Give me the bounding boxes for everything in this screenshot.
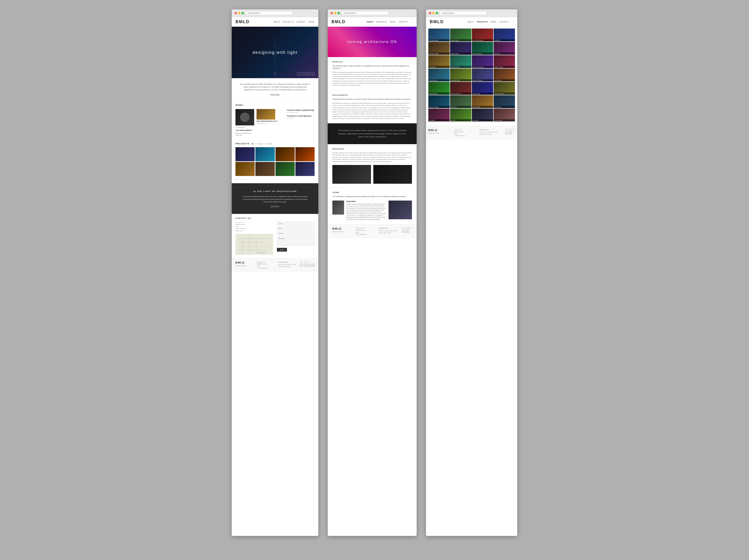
projects-filter-inprogress[interactable]: In Progress xyxy=(255,143,263,145)
gallery-thumb-6[interactable]: Institut Français xyxy=(450,42,471,55)
nav-news-2[interactable]: NEWS xyxy=(390,21,396,23)
project-thumb-3[interactable] xyxy=(276,147,295,161)
nav-news-3[interactable]: NEWS xyxy=(491,21,496,23)
facebook-icon[interactable]: f xyxy=(302,72,305,76)
process-title: PROCESS xyxy=(333,148,412,150)
project-thumb-7[interactable] xyxy=(276,162,295,176)
projects-prev[interactable]: ← xyxy=(241,178,243,180)
footer-google-1[interactable]: g xyxy=(312,264,315,266)
close-button-1[interactable] xyxy=(235,12,237,14)
caption-2: Hotel SB, Spain xyxy=(450,39,471,41)
gallery-thumb-22[interactable]: Hotel Vincci xyxy=(450,95,471,108)
gallery-thumb-27[interactable]: Palau Moja xyxy=(472,109,493,122)
gallery-thumb-23[interactable]: Hotel Hesperia xyxy=(472,95,493,108)
gallery-thumb-5[interactable]: Mandarin Oriental xyxy=(428,42,450,55)
project-thumb-2[interactable] xyxy=(255,147,275,161)
caption-19: Jardins Laribal xyxy=(472,92,493,95)
message-textarea[interactable] xyxy=(277,236,315,246)
gallery-thumb-2[interactable]: Hotel SB, Spain xyxy=(450,28,471,41)
light-arch-read-more[interactable]: READ MORE xyxy=(236,206,314,207)
gallery-thumb-11[interactable]: Mudam Luxembourg xyxy=(472,55,493,68)
url-bar-1[interactable]: www.bmld.es xyxy=(246,11,293,15)
nav-more-3[interactable]: ··· xyxy=(511,21,514,23)
nav-contact-2[interactable]: CONTACT xyxy=(399,21,408,23)
minimize-button-1[interactable] xyxy=(238,12,240,14)
nav-projects-1[interactable]: PROJECTS xyxy=(283,21,294,23)
gallery-thumb-25[interactable]: Casa Batlló xyxy=(428,109,450,122)
nav-projects-3[interactable]: PROJECTS xyxy=(477,21,488,23)
nav-news-1[interactable]: NEWS xyxy=(309,21,315,23)
footer-linkedin-1[interactable]: in xyxy=(308,264,311,266)
footer-twitter-1[interactable]: t xyxy=(300,264,303,266)
close-button-3[interactable] xyxy=(429,12,431,14)
gallery-thumb-20[interactable]: Hotel Gran Havana xyxy=(494,82,515,95)
gallery-thumb-10[interactable]: Barcelona Event xyxy=(450,55,471,68)
caption-9: La California xyxy=(428,66,450,68)
nav-about-2[interactable]: ABOUT xyxy=(367,21,374,23)
footer-google-2[interactable]: g xyxy=(406,230,409,233)
google-icon[interactable]: g xyxy=(311,72,315,76)
nav-contact-1[interactable]: CONTACT xyxy=(297,21,306,23)
subject-input[interactable] xyxy=(277,232,315,235)
url-bar-2[interactable]: www.bmld.es xyxy=(342,11,388,15)
project-thumb-6[interactable] xyxy=(255,162,275,176)
footer-facebook-3[interactable]: f xyxy=(505,131,508,134)
nav-more-2[interactable]: ··· xyxy=(411,21,413,23)
projects-filter-completed[interactable]: Completed xyxy=(265,143,272,145)
gallery-thumb-26[interactable]: Hotel NH xyxy=(450,109,471,122)
caption-11: Mudam Luxembourg xyxy=(472,66,493,68)
gallery-thumb-14[interactable]: Hotel B&B Spain xyxy=(450,69,471,82)
gallery-thumb-16[interactable]: Hotel Miramar xyxy=(494,69,515,82)
projects-header-1: PROJECTS All In Progress Completed xyxy=(235,143,315,145)
gallery-thumb-21[interactable]: Museum of History xyxy=(428,95,450,108)
maximize-button-2[interactable] xyxy=(338,12,340,14)
footer-opening-label-1: Opening hours xyxy=(278,261,298,263)
about-text-1: We understand light as matter that allow… xyxy=(240,83,310,91)
gallery-thumb-9[interactable]: La California xyxy=(428,55,450,68)
philosophy-text: We at BMLD are inspired by the following… xyxy=(333,102,412,120)
caption-22: Hotel Vincci xyxy=(450,106,471,108)
minimize-button-3[interactable] xyxy=(432,12,435,14)
nav-about-3[interactable]: ABOUT xyxy=(467,21,474,23)
project-thumb-1[interactable] xyxy=(235,147,255,161)
url-bar-3[interactable]: www.bmld.es xyxy=(440,11,487,15)
close-button-2[interactable] xyxy=(330,12,333,14)
gallery-thumb-24[interactable]: Carrer Ferran xyxy=(494,95,515,108)
hero-down-arrow: ↓ xyxy=(274,71,276,76)
gallery-thumb-4[interactable]: Hyatt Place xyxy=(494,28,515,41)
footer-facebook-1[interactable]: f xyxy=(304,264,307,266)
footer-google-3[interactable]: g xyxy=(509,131,512,134)
nav-projects-2[interactable]: PROJECTS xyxy=(377,21,387,23)
email-input[interactable] xyxy=(277,222,315,225)
gallery-thumb-18[interactable]: Old Town, Morocco xyxy=(450,82,471,95)
gallery-thumb-15[interactable]: Palau de la Música xyxy=(472,69,493,82)
linkedin-icon[interactable]: in xyxy=(307,72,310,76)
gallery-thumb-19[interactable]: Jardins Laribal xyxy=(472,82,493,95)
news-section-1: NEWS La Vanguardia "Las matera plástica"… xyxy=(232,100,318,140)
maximize-button-3[interactable] xyxy=(436,12,438,14)
gallery-thumb-13[interactable]: La Caixa Forum xyxy=(428,69,450,82)
gallery-thumb-3[interactable]: Can Framis Museum xyxy=(472,28,493,41)
project-thumb-8[interactable] xyxy=(295,162,315,176)
gallery-thumb-7[interactable]: Casa Lleó Morera xyxy=(472,42,493,55)
project-thumb-5[interactable] xyxy=(235,162,255,176)
gallery-thumb-12[interactable]: Hotel Arts, Spain xyxy=(494,55,515,68)
gallery-thumb-1[interactable]: Arts Santa Mònica xyxy=(428,28,450,41)
footer-facebook-2[interactable]: f xyxy=(402,230,405,233)
about-read-more-1[interactable]: READ MORE xyxy=(238,93,312,95)
project-thumb-4[interactable] xyxy=(295,147,315,161)
minimize-button-2[interactable] xyxy=(334,12,336,14)
name-input[interactable] xyxy=(277,227,315,230)
submit-button[interactable]: Submit xyxy=(277,248,287,252)
twitter-icon[interactable]: t xyxy=(297,72,301,76)
caption-27: Palau Moja xyxy=(472,119,493,122)
projects-filter-all[interactable]: All xyxy=(252,143,254,145)
gallery-thumb-28[interactable]: Lumina Awards xyxy=(494,109,515,122)
nav-contact-3[interactable]: CONTACT xyxy=(499,21,509,23)
projects-next[interactable]: → xyxy=(244,178,247,180)
gallery-thumb-8[interactable]: Hotel Omm xyxy=(494,42,515,55)
maximize-button-1[interactable] xyxy=(241,12,244,14)
nav-about-1[interactable]: ABOUT xyxy=(273,21,280,23)
footer-hours-col-3: Opening hours Monday - Friday: 09:00 - 1… xyxy=(479,129,504,137)
gallery-thumb-17[interactable]: Teatro Nacional xyxy=(428,82,450,95)
